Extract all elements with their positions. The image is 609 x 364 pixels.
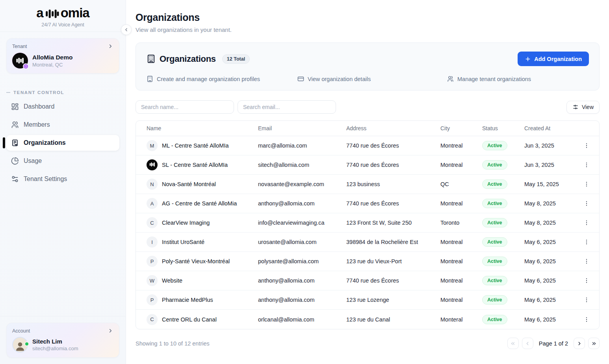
waveform-icon	[149, 162, 156, 167]
search-email-input[interactable]	[238, 100, 336, 114]
org-created-at: May 6, 2025	[524, 316, 576, 323]
row-menu-button[interactable]	[581, 198, 592, 209]
org-city: Montreal	[440, 239, 482, 245]
sidebar-section-label: TENANT CONTROL	[6, 90, 119, 95]
org-address: 123 business	[346, 181, 440, 187]
sidebar-collapse-button[interactable]	[121, 24, 132, 35]
status-badge: Active	[482, 218, 507, 227]
sidebar-item-organizations[interactable]: Organizations	[6, 135, 119, 151]
org-initial-avatar: M	[147, 140, 158, 151]
feature-manage-orgs: Manage tenant organizations	[447, 76, 589, 82]
row-menu-button[interactable]	[581, 179, 592, 190]
org-initial-avatar: P	[147, 294, 158, 305]
dashboard-icon	[11, 103, 19, 111]
row-menu-button[interactable]	[581, 140, 592, 151]
settings-icon	[11, 175, 19, 183]
org-initial-avatar: I	[147, 237, 158, 248]
org-city: Montreal	[440, 277, 482, 284]
org-city: Montreal	[440, 297, 482, 303]
column-header-address: Address	[346, 125, 440, 131]
org-email: urosante@allomia.com	[258, 239, 346, 245]
first-page-button[interactable]	[507, 338, 519, 349]
users-icon	[447, 76, 454, 82]
logo-suffix: omia	[61, 6, 89, 20]
org-created-at: May 8, 2025	[524, 220, 576, 226]
column-header-name: Name	[147, 125, 258, 131]
kebab-icon	[583, 181, 590, 187]
row-menu-button[interactable]	[581, 294, 592, 305]
column-header-email: Email	[258, 125, 346, 131]
prev-page-button[interactable]	[522, 338, 533, 349]
sidebar-item-label: Usage	[24, 157, 42, 164]
kebab-icon	[583, 239, 590, 245]
feature-view-details: View organization details	[297, 76, 447, 82]
tenant-avatar	[12, 53, 28, 68]
org-created-at: May 8, 2025	[524, 200, 576, 207]
table-row[interactable]: IInstitut UroSantéurosante@allomia.com39…	[136, 233, 599, 252]
logo-prefix: a	[36, 6, 43, 20]
kebab-icon	[583, 297, 590, 303]
row-menu-button[interactable]	[581, 275, 592, 286]
org-email: anthony@allomia.com	[258, 277, 346, 284]
sidebar-item-dashboard[interactable]: Dashboard	[6, 99, 119, 115]
table-row[interactable]: CClearView Imaginginfo@clearviewimaging.…	[136, 213, 599, 233]
org-initial-avatar: C	[147, 314, 158, 325]
table-row[interactable]: MML - Centre Santé AlloMIamarc@allomia.c…	[136, 136, 599, 155]
sliders-icon	[572, 104, 579, 110]
org-address: 7740 rue des Écores	[346, 142, 440, 149]
column-header-created: Created At	[524, 125, 576, 131]
org-name: Poly-Santé Vieux-Montréal	[162, 258, 230, 264]
row-menu-button[interactable]	[581, 237, 592, 248]
pagination: Page 1 of 2	[507, 338, 600, 349]
card-icon	[297, 76, 304, 82]
org-address: 398984 de la Rochelière Est	[346, 239, 440, 245]
org-email: anthony@allomia.com	[258, 297, 346, 303]
table-row[interactable]: WWebsiteanthony@allomia.com7740 rue des …	[136, 271, 599, 290]
row-menu-button[interactable]	[581, 159, 592, 170]
org-city: Montreal	[440, 162, 482, 168]
row-menu-button[interactable]	[581, 256, 592, 267]
table-header: Name Email Address City Status Created A…	[136, 121, 599, 136]
org-city: Toronto	[440, 220, 482, 226]
chevrons-left-icon	[510, 341, 516, 346]
table-row[interactable]: NNova-Santé Montréalnovasante@example.co…	[136, 175, 599, 194]
org-email: anthony@allomia.com	[258, 200, 346, 207]
tenant-name: AlloMia Demo	[32, 54, 72, 61]
org-email: info@clearviewimaging.ca	[258, 220, 346, 226]
status-badge: Active	[482, 237, 507, 247]
tenant-card[interactable]: Tenant AlloMia Demo Montreal, QC	[6, 38, 119, 74]
next-page-button[interactable]	[574, 338, 585, 349]
org-name: Website	[162, 277, 182, 284]
search-name-input[interactable]	[136, 100, 234, 114]
status-badge: Active	[482, 199, 507, 208]
kebab-icon	[583, 142, 590, 149]
last-page-button[interactable]	[588, 338, 600, 349]
kebab-icon	[583, 316, 590, 323]
row-menu-button[interactable]	[581, 217, 592, 228]
building-icon	[147, 76, 153, 82]
sidebar-item-usage[interactable]: Usage	[6, 153, 119, 169]
view-options-button[interactable]: View	[566, 101, 600, 114]
table-row[interactable]: SL - Centre Santé AlloMIasitech@allomia.…	[136, 155, 599, 175]
org-name: Centre ORL du Canal	[162, 316, 217, 323]
org-logo-avatar	[147, 159, 158, 170]
table-row[interactable]: PPharmacie MedPlusanthony@allomia.com123…	[136, 290, 599, 310]
status-badge: Active	[482, 315, 507, 324]
table-row[interactable]: AAG - Centre de Santé AlloMiaanthony@all…	[136, 194, 599, 213]
waveform-icon	[45, 8, 59, 20]
status-badge: Active	[482, 179, 507, 189]
sidebar: a omia 24/7 AI Voice Agent Tenant	[0, 0, 126, 364]
table-row[interactable]: PPoly-Santé Vieux-Montréalpolysante@allo…	[136, 252, 599, 271]
sidebar-item-tenant-settings[interactable]: Tenant Settings	[6, 171, 119, 187]
add-organization-button[interactable]: Add Organization	[518, 52, 589, 66]
sidebar-nav: Dashboard Members Organizations Usage Te…	[0, 99, 126, 187]
status-badge: Active	[482, 141, 507, 150]
sidebar-item-members[interactable]: Members	[6, 117, 119, 133]
table-row[interactable]: CCentre ORL du Canalorlcanal@allomia.com…	[136, 310, 599, 329]
org-address: 123 Front St W, Suite 250	[346, 220, 440, 226]
entries-summary: Showing 1 to 10 of 12 entries	[136, 340, 210, 347]
org-city: Montreal	[440, 258, 482, 264]
row-menu-button[interactable]	[581, 314, 592, 325]
account-card[interactable]: Account Sitech Lim sitech@allomia.com	[6, 323, 119, 358]
org-initial-avatar: C	[147, 217, 158, 228]
